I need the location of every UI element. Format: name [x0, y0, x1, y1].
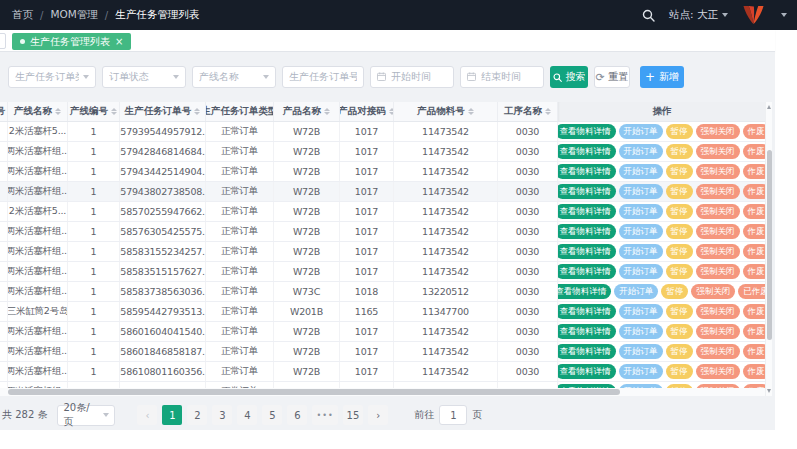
pause-button[interactable]: 暂停: [666, 204, 693, 219]
start-order-button[interactable]: 开始订单: [619, 244, 663, 259]
table-row[interactable]: 两米活塞杆组... 1 958576305425575... 正常订单 W72B…: [0, 222, 772, 242]
brand-logo-icon[interactable]: [742, 5, 765, 26]
order-type-select[interactable]: 生产任务订单类型: [8, 66, 96, 88]
view-material-button[interactable]: 查看物料详情: [558, 264, 616, 279]
order-status-select[interactable]: 订单状态: [102, 66, 186, 88]
start-order-button[interactable]: 开始订单: [619, 264, 663, 279]
page-button[interactable]: 15: [343, 405, 364, 425]
view-material-button[interactable]: 查看物料详情: [558, 244, 616, 259]
end-time-picker[interactable]: 结束时间: [460, 66, 544, 88]
start-order-button[interactable]: 开始订单: [619, 164, 663, 179]
sort-icon[interactable]: [324, 108, 330, 115]
pause-button[interactable]: 暂停: [666, 224, 693, 239]
line-name-select[interactable]: 产线名称: [192, 66, 276, 88]
sort-icon[interactable]: [194, 108, 200, 115]
site-selector[interactable]: 站点: 大正: [669, 8, 728, 22]
start-order-button[interactable]: 开始订单: [619, 224, 663, 239]
sort-icon[interactable]: [111, 108, 117, 115]
pause-button[interactable]: 暂停: [666, 124, 693, 139]
page-button[interactable]: 3: [212, 405, 232, 425]
view-material-button[interactable]: 查看物料详情: [558, 364, 616, 379]
void-button[interactable]: 作废: [743, 164, 767, 179]
force-close-button[interactable]: 强制关闭: [696, 144, 740, 159]
force-close-button[interactable]: 强制关闭: [696, 124, 740, 139]
next-page-button[interactable]: ›: [368, 405, 388, 425]
table-row[interactable]: 两米活塞杆组... 1 958601846858187... 正常订单 W72B…: [0, 342, 772, 362]
prev-page-button[interactable]: ‹: [137, 405, 157, 425]
force-close-button[interactable]: 强制关闭: [696, 364, 740, 379]
search-icon[interactable]: [642, 9, 655, 22]
breadcrumb-home[interactable]: 首页: [12, 8, 33, 22]
page-button[interactable]: 2: [187, 405, 207, 425]
force-close-button[interactable]: 强制关闭: [691, 284, 735, 299]
view-material-button[interactable]: 查看物料详情: [558, 144, 616, 159]
view-material-button[interactable]: 查看物料详情: [558, 284, 611, 299]
table-row[interactable]: 两米活塞杆组... 1 958610801160356... 正常订单 W72B…: [0, 362, 772, 382]
void-button[interactable]: 作废: [743, 304, 767, 319]
pause-button[interactable]: 暂停: [666, 344, 693, 359]
pause-button[interactable]: 暂停: [666, 304, 693, 319]
col-line-no[interactable]: 产线编号: [68, 102, 120, 121]
user-menu-chevron-icon[interactable]: [781, 13, 787, 17]
void-button[interactable]: 作废: [743, 364, 767, 379]
view-material-button[interactable]: 查看物料详情: [558, 304, 616, 319]
sort-icon[interactable]: [55, 108, 61, 115]
view-material-button[interactable]: 查看物料详情: [558, 224, 616, 239]
void-button[interactable]: 作废: [743, 344, 767, 359]
void-button[interactable]: 作废: [743, 264, 767, 279]
page-button[interactable]: 4: [237, 405, 257, 425]
add-button[interactable]: + 新增: [640, 66, 684, 88]
start-order-button[interactable]: 开始订单: [619, 204, 663, 219]
void-button[interactable]: 作废: [743, 124, 767, 139]
view-material-button[interactable]: 查看物料详情: [558, 324, 616, 339]
table-row[interactable]: 2米活塞杆5... 1 958570255947662... 正常订单 W72B…: [0, 202, 772, 222]
col-material-no[interactable]: 产品物料号: [394, 102, 498, 121]
start-order-button[interactable]: 开始订单: [619, 124, 663, 139]
table-row[interactable]: 三米缸筒2号岛 1 958595442793513... 正常订单 W201B …: [0, 302, 772, 322]
col-process-name[interactable]: 工序名称: [498, 102, 558, 121]
start-order-button[interactable]: 开始订单: [619, 324, 663, 339]
page-button[interactable]: 5: [262, 405, 282, 425]
force-close-button[interactable]: 强制关闭: [696, 184, 740, 199]
view-material-button[interactable]: 查看物料详情: [558, 124, 616, 139]
pause-button[interactable]: 暂停: [666, 264, 693, 279]
force-close-button[interactable]: 强制关闭: [696, 324, 740, 339]
force-close-button[interactable]: 强制关闭: [696, 304, 740, 319]
start-order-button[interactable]: 开始订单: [619, 344, 663, 359]
force-close-button[interactable]: 强制关闭: [696, 344, 740, 359]
scroll-up-icon[interactable]: [767, 105, 771, 109]
start-order-button[interactable]: 开始订单: [619, 364, 663, 379]
order-no-input[interactable]: 生产任务订单号: [282, 66, 364, 88]
table-row[interactable]: 两米活塞杆组... 1 958601604041540... 正常订单 W72B…: [0, 322, 772, 342]
pause-button[interactable]: 暂停: [666, 164, 693, 179]
void-button[interactable]: 作废: [743, 184, 767, 199]
pause-button[interactable]: 暂停: [666, 324, 693, 339]
view-material-button[interactable]: 查看物料详情: [558, 344, 616, 359]
page-button[interactable]: •••: [312, 405, 337, 425]
pause-button[interactable]: 暂停: [666, 364, 693, 379]
table-row[interactable]: 两米活塞杆组... 1 957943442514904... 正常订单 W72B…: [0, 162, 772, 182]
col-line-name[interactable]: 产线名称: [8, 102, 68, 121]
pause-button[interactable]: 暂停: [666, 144, 693, 159]
page-button[interactable]: 1: [162, 405, 182, 425]
horizontal-scrollbar-thumb[interactable]: [8, 389, 620, 395]
page-size-select[interactable]: 20条/页: [57, 405, 115, 426]
page-button[interactable]: 6: [287, 405, 307, 425]
table-row[interactable]: 两米活塞杆组... 1 958583155234257... 正常订单 W72B…: [0, 242, 772, 262]
view-material-button[interactable]: 查看物料详情: [558, 164, 616, 179]
col-order-no[interactable]: 生产任务订单号: [120, 102, 206, 121]
vertical-scrollbar[interactable]: [765, 102, 772, 396]
tab-production-task-list[interactable]: 生产任务管理列表 ×: [12, 33, 131, 50]
table-row[interactable]: 两米活塞杆组... 1 958583515157627... 正常订单 W72B…: [0, 262, 772, 282]
close-icon[interactable]: ×: [115, 37, 123, 47]
void-button[interactable]: 作废: [743, 324, 767, 339]
table-row[interactable]: 两米活塞杆组... 1 958583738563036... 正常订单 W73C…: [0, 282, 772, 302]
col-product-name[interactable]: 产品名称: [274, 102, 340, 121]
start-order-button[interactable]: 开始订单: [619, 304, 663, 319]
col-dock-code[interactable]: 产品对接码: [340, 102, 394, 121]
table-row[interactable]: 两米活塞杆组... 1 957942846814684... 正常订单 W72B…: [0, 142, 772, 162]
void-button[interactable]: 作废: [743, 144, 767, 159]
tab-clipped[interactable]: [0, 33, 6, 49]
void-button[interactable]: 已作废: [738, 284, 766, 299]
force-close-button[interactable]: 强制关闭: [696, 204, 740, 219]
